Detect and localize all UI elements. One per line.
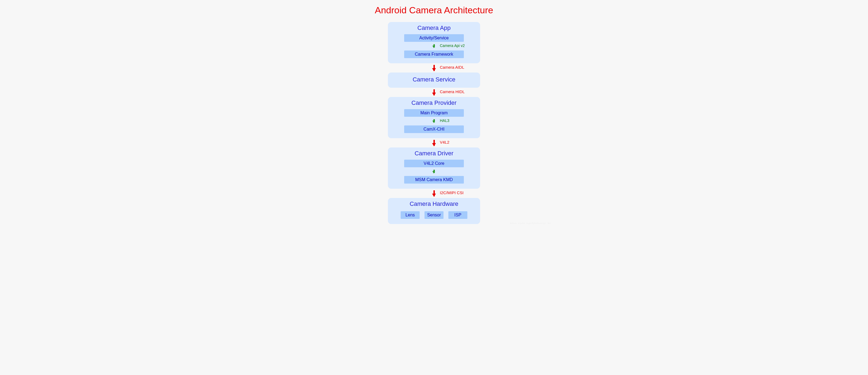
arrow-camera-aidl: Camera AIDL xyxy=(433,63,435,73)
arrow-label: I2C/MIPI CSI xyxy=(440,190,464,195)
box-v4l2-core: V4L2 Core xyxy=(404,160,464,167)
layer-camera-driver: Camera Driver V4L2 Core MSM Camera KMD xyxy=(388,147,480,189)
layer-camera-service: Camera Service xyxy=(388,73,480,88)
arrow-driver-internal xyxy=(433,168,435,174)
hardware-row: Lens Sensor ISP xyxy=(401,211,467,220)
diagram-canvas: Android Camera Architecture Camera App A… xyxy=(0,0,868,224)
arrow-label: Camera HIDL xyxy=(440,89,465,94)
arrow-label: V4L2 xyxy=(440,140,450,144)
box-camx-chi: CamX-CHI xyxy=(404,125,464,133)
arrow-v4l2: V4L2 xyxy=(433,138,435,147)
box-isp: ISP xyxy=(448,211,467,219)
arrow-label: Camera Api v2 xyxy=(440,44,465,48)
layer-title: Camera Driver xyxy=(414,150,453,157)
box-main-program: Main Program xyxy=(404,109,464,117)
arrow-i2c-mipi-csi: I2C/MIPI CSI xyxy=(433,189,435,198)
arrow-camera-hidl: Camera HIDL xyxy=(433,88,435,97)
watermark-text: blog.csdn.net/Nicholas_M xyxy=(510,222,551,224)
arrow-label: Camera AIDL xyxy=(440,65,464,69)
layer-title: Camera Service xyxy=(412,76,456,83)
diagram-title: Android Camera Architecture xyxy=(375,5,493,16)
layer-title: Camera Provider xyxy=(411,99,457,107)
arrow-camera-api-v2: Camera Api v2 xyxy=(433,43,435,49)
layer-camera-hardware: Camera Hardware Lens Sensor ISP xyxy=(388,198,480,224)
box-camera-framework: Camera Framework xyxy=(404,51,464,58)
box-activity-service: Activity/Service xyxy=(404,34,464,42)
layer-camera-provider: Camera Provider Main Program HAL3 CamX-C… xyxy=(388,97,480,138)
arrow-hal3: HAL3 xyxy=(433,118,435,124)
layer-title: Camera App xyxy=(417,24,451,31)
diagram-column: Camera App Activity/Service Camera Api v… xyxy=(388,22,480,224)
box-msm-camera-kmd: MSM Camera KMD xyxy=(404,176,464,183)
layer-title: Camera Hardware xyxy=(410,200,458,207)
arrow-label: HAL3 xyxy=(440,118,450,123)
box-lens: Lens xyxy=(401,211,420,219)
box-sensor: Sensor xyxy=(425,211,443,219)
layer-camera-app: Camera App Activity/Service Camera Api v… xyxy=(388,22,480,63)
